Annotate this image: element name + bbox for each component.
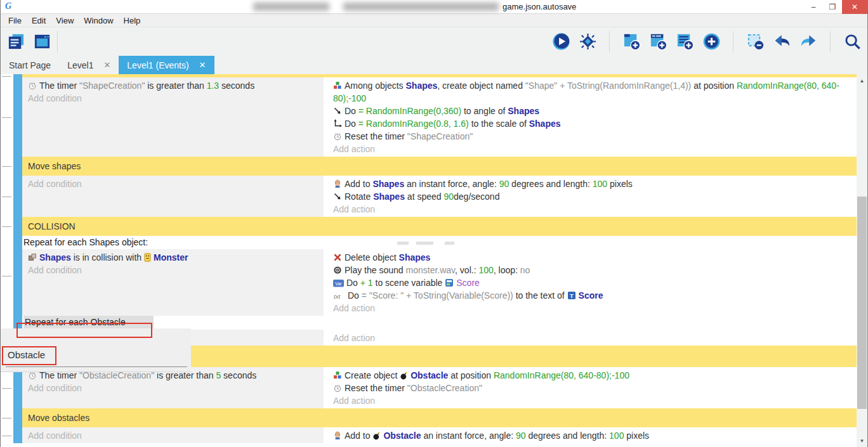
event-body: The timer "ObstacleCreation" is greater …: [22, 367, 858, 408]
add-action-button[interactable]: Add action: [327, 302, 858, 314]
tab-start-page[interactable]: Start Page: [1, 56, 59, 74]
menu-item-view[interactable]: View: [51, 16, 79, 25]
action-line[interactable]: txtDo = "Score: " + ToString(Variable(Sc…: [327, 289, 858, 302]
menu-item-window[interactable]: Window: [79, 16, 118, 25]
scrollbar-thumb[interactable]: [857, 197, 867, 409]
text-segment: degrees and length:: [526, 431, 610, 441]
drag-mark: [397, 242, 409, 245]
scene-editor-button[interactable]: [32, 32, 52, 52]
create-object-icon: [333, 371, 342, 380]
add-event-button[interactable]: [621, 32, 641, 52]
add-action-button[interactable]: Add action: [327, 332, 858, 344]
action-line[interactable]: Rotate Shapes at speed 90deg/second: [327, 190, 858, 203]
event-selection-bar[interactable]: [13, 77, 22, 157]
event-selection-bar[interactable]: [13, 427, 22, 443]
add-condition-button[interactable]: Add condition: [22, 382, 324, 394]
bomb-icon: [400, 371, 408, 380]
add-action-button[interactable]: Add action: [327, 143, 858, 155]
menu-item-help[interactable]: Help: [119, 16, 146, 25]
window-title-filename: game.json.autosave: [503, 2, 576, 11]
restore-button[interactable]: ❐: [823, 0, 842, 14]
object-name-popup: Obstacle: [1, 328, 191, 372]
svg-text:T: T: [570, 292, 574, 299]
menu-item-edit[interactable]: Edit: [27, 16, 51, 25]
text-segment: 1.3: [207, 81, 219, 91]
action-line[interactable]: Do = RandomInRange(0.8, 1.6) to the scal…: [327, 117, 858, 130]
collision-icon: [28, 253, 37, 262]
text-segment: to the scale of: [469, 119, 529, 129]
object-name-input[interactable]: Obstacle: [8, 349, 45, 360]
event-selection-bar[interactable]: [13, 367, 22, 408]
add-event-circle-button[interactable]: [701, 32, 721, 52]
event-selection-bar[interactable]: [13, 236, 22, 316]
action-line[interactable]: Create object Obstacle at position Rando…: [327, 369, 858, 382]
foreach-event-header-selected[interactable]: Repeat for each Obstacle object:: [23, 316, 154, 329]
text-segment: "ObstacleCreation": [407, 383, 482, 393]
debugger-bug-button[interactable]: [577, 32, 598, 52]
action-line[interactable]: Among objects Shapes, create object name…: [327, 79, 858, 105]
foreach-event-header[interactable]: Repeat for each Obstacle object:: [22, 316, 858, 330]
text-segment: pixels: [607, 179, 633, 189]
action-line[interactable]: Reset the timer "ObstacleCreation": [327, 382, 858, 394]
text-segment: , vol.:: [455, 265, 478, 275]
event-selection-bar[interactable]: [13, 217, 22, 236]
action-line[interactable]: Do = RandomInRange(0,360) to angle of Sh…: [327, 105, 858, 117]
action-line[interactable]: Delete object Shapes: [327, 251, 858, 264]
action-line[interactable]: Play the sound monster.wav, vol.: 100, l…: [327, 264, 858, 276]
text-segment: "ShapeCreation": [79, 81, 145, 91]
close-tab-icon[interactable]: ✕: [103, 60, 110, 70]
add-condition-button[interactable]: Add condition: [22, 92, 324, 105]
text-segment: an instant force, angle:: [421, 431, 516, 441]
condition-line[interactable]: The timer "ShapeCreation" is greater tha…: [22, 79, 324, 92]
text-segment: = RandomInRange(0.8, 1.6): [358, 119, 469, 129]
comment-text[interactable]: COLLISION: [22, 217, 858, 236]
foreach-event-header[interactable]: Repeat for each Shapes object:: [22, 236, 858, 249]
add-action-button[interactable]: Add action: [327, 203, 858, 216]
force-icon: [333, 179, 342, 188]
add-condition-button[interactable]: Add condition: [22, 429, 324, 442]
scroll-down-icon[interactable]: ▼: [857, 436, 867, 446]
redo-button[interactable]: [798, 32, 819, 52]
scroll-up-icon[interactable]: ▲: [857, 75, 867, 86]
tab-level1-events-[interactable]: Level1 (Events)✕: [119, 56, 214, 74]
comment-text[interactable]: Move obstacles: [22, 408, 858, 427]
action-line[interactable]: Add to Obstacle an instant force, angle:…: [327, 429, 858, 442]
comment-text[interactable]: Move shapes: [22, 157, 858, 176]
event-row: The timer "ShapeCreation" is greater tha…: [1, 77, 858, 157]
add-condition-button[interactable]: Add condition: [22, 264, 324, 276]
text-segment: 90: [499, 179, 510, 189]
text-segment: Reset the timer: [345, 131, 407, 141]
angle-icon: [333, 192, 342, 201]
text-segment: Score: [579, 290, 603, 301]
preview-play-button[interactable]: [551, 32, 571, 52]
text-segment: Shapes: [372, 179, 404, 189]
project-manager-button[interactable]: [6, 32, 26, 52]
action-line[interactable]: Reset the timer "ShapeCreation": [327, 130, 858, 143]
event-selection-bar[interactable]: [13, 157, 22, 176]
add-comment-button[interactable]: [674, 32, 695, 52]
condition-line[interactable]: Shapes is in collision with Monster: [22, 251, 324, 264]
add-subevent-button[interactable]: [648, 32, 668, 52]
add-action-button[interactable]: Add action: [327, 394, 858, 407]
delete-selection-button[interactable]: [745, 32, 765, 52]
undo-button[interactable]: [772, 32, 792, 52]
menu-item-file[interactable]: File: [3, 16, 27, 25]
text-segment: degrees and length:: [509, 179, 593, 189]
close-button[interactable]: ✕: [842, 0, 867, 14]
variable-icon: Var: [333, 280, 344, 287]
text-segment: 100: [478, 265, 493, 275]
event-selection-bar[interactable]: [13, 176, 22, 217]
add-condition-button[interactable]: Add condition: [22, 178, 324, 190]
vertical-scrollbar[interactable]: ▲ ▼: [857, 74, 867, 447]
event-selection-bar[interactable]: [13, 408, 22, 427]
search-button[interactable]: [842, 32, 862, 52]
text-segment: to scene variable: [373, 278, 445, 288]
text-segment: deg/second: [454, 191, 499, 202]
close-tab-icon[interactable]: ✕: [199, 60, 206, 70]
action-line[interactable]: VarDo + 1 to scene variable Score: [327, 276, 858, 289]
events-editor: The timer "ShapeCreation" is greater tha…: [1, 74, 867, 447]
tab-level1[interactable]: Level1✕: [59, 56, 119, 74]
minimize-button[interactable]: –: [804, 0, 823, 14]
action-line[interactable]: Add to Shapes an instant force, angle: 9…: [327, 178, 858, 190]
actions-column: Among objects Shapes, create object name…: [327, 77, 858, 157]
